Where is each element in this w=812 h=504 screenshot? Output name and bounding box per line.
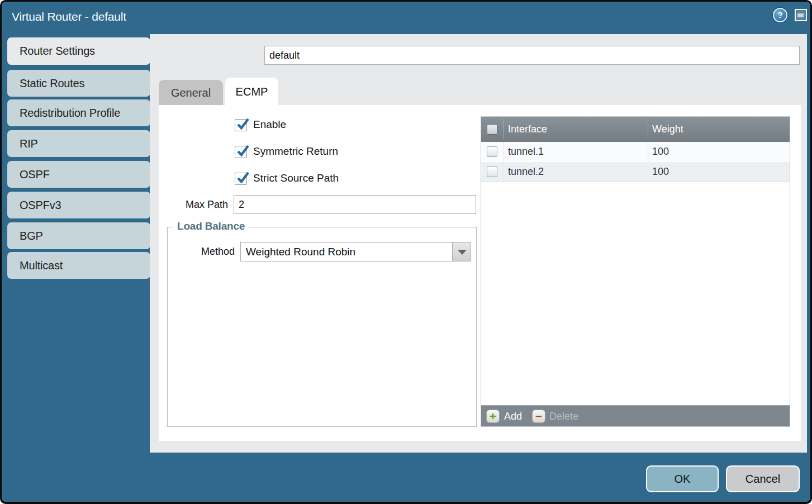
enable-checkbox[interactable] [235,119,247,131]
dialog-title: Virtual Router - default [12,10,126,23]
tab-ecmp[interactable]: ECMP [225,78,278,107]
max-path-label: Max Path [167,195,228,214]
column-header-interface: Interface [508,117,547,142]
select-all-checkbox[interactable] [487,124,497,135]
sidebar-item-ospfv3[interactable]: OSPFv3 [7,192,150,218]
strict-source-path-checkbox[interactable] [235,173,247,185]
window-dock-icon[interactable] [795,9,807,21]
sidebar-item-ospf[interactable]: OSPF [7,161,150,188]
column-divider [504,119,504,140]
method-label: Method [173,242,235,261]
delete-button[interactable]: Delete [549,406,578,427]
column-divider [648,142,648,182]
sidebar-item-static-routes[interactable]: Static Routes [7,70,150,97]
checkmark-icon [235,144,250,158]
interface-table: Interface Weight tunnel.1 100 tunnel.2 1… [481,116,790,427]
cancel-button[interactable]: Cancel [726,465,800,492]
table-row[interactable]: tunnel.2 100 [481,162,790,182]
method-dropdown-button[interactable] [452,243,471,261]
delete-icon[interactable]: − [532,410,545,423]
sidebar-item-bgp[interactable]: BGP [7,222,150,249]
sidebar-item-multicast[interactable]: Multicast [7,252,150,279]
chevron-down-icon [458,250,467,255]
symmetric-return-checkbox[interactable] [235,146,247,158]
weight-cell: 100 [652,162,669,182]
row-checkbox[interactable] [487,146,497,157]
row-checkbox[interactable] [487,167,497,177]
dialog-frame: Virtual Router - default ? Router Settin… [2,2,810,502]
column-divider [504,142,504,182]
weight-cell: 100 [652,142,669,161]
name-input[interactable] [264,46,800,65]
enable-label: Enable [253,118,286,131]
table-row[interactable]: tunnel.1 100 [481,142,790,162]
virtual-router-dialog: Virtual Router - default ? Router Settin… [0,0,812,504]
sidebar-item-rip[interactable]: RIP [7,130,150,157]
max-path-input[interactable] [234,195,476,214]
checkmark-icon [235,117,250,131]
method-dropdown[interactable]: Weighted Round Robin [240,242,471,261]
add-button[interactable]: Add [504,406,522,427]
method-dropdown-value: Weighted Round Robin [246,243,355,261]
sidebar-item-router-settings[interactable]: Router Settings [7,37,150,65]
load-balance-legend: Load Balance [173,220,249,232]
ecmp-tab-panel: Enable Symmetric Return [159,105,801,441]
table-footer: + Add − Delete [481,405,790,426]
table-header: Interface Weight [481,117,790,142]
add-icon[interactable]: + [486,410,500,423]
tab-general[interactable]: General [159,80,223,106]
content-area: Name General ECMP Enable [150,34,807,453]
symmetric-return-label: Symmetric Return [253,145,338,158]
help-icon[interactable]: ? [773,8,787,22]
strict-source-path-label: Strict Source Path [253,172,339,184]
column-header-weight: Weight [652,117,683,142]
checkmark-icon [235,170,250,185]
interface-cell: tunnel.1 [508,142,544,161]
interface-cell: tunnel.2 [508,162,544,182]
column-divider [648,119,648,140]
sidebar-item-redistribution-profile[interactable]: Redistribution Profile [7,99,150,126]
ok-button[interactable]: OK [646,465,719,492]
window-dock-icon-glyph [797,13,804,17]
